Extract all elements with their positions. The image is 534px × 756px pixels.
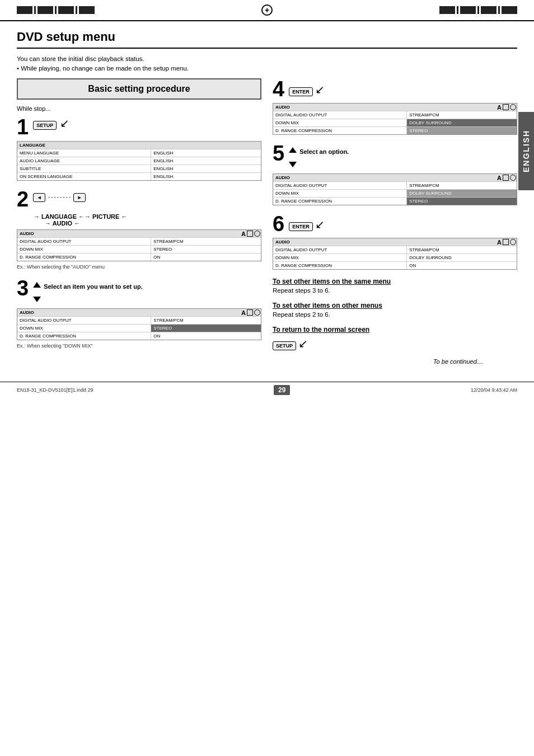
english-label: ENGLISH (522, 130, 531, 172)
circle-icon (254, 231, 260, 237)
bar-block (439, 6, 455, 14)
step-2: 2 ◄ ► → LANGUAGE ←→ PICTURE ← → AUDIO ← … (17, 189, 261, 270)
procedure-box: Basic setting procedure (17, 78, 261, 100)
audio-label-5-3: D. RANGE COMPRESSION (273, 198, 407, 205)
audio-value-6-3: ON (407, 262, 517, 269)
step2-ex-note: Ex.: When selecting the "AUDIO" menu (17, 264, 261, 270)
step-5-content: Select an option. (289, 147, 349, 170)
to-set-same-menu-text: Repeat steps 3 to 6. (273, 287, 517, 294)
step-3-content: Select an item you want to set up. (33, 282, 143, 305)
left-column: Basic setting procedure While stop... 1 … (17, 78, 261, 358)
audio-header-6: AUDIO (273, 238, 517, 246)
step-1-row: 1 SETUP ↙ (17, 116, 261, 138)
step-3-row: 3 Select an item you want to set up. (17, 278, 261, 305)
to-return-section: To return to the normal screen SETUP ↙ (273, 326, 517, 350)
step-4-number: 4 (273, 78, 284, 100)
audio-value-5-2: DOLBY SURROUND (407, 190, 517, 197)
right-arrow-button: ► (73, 193, 86, 202)
audio-label-1: DIGITAL AUDIO OUTPUT (17, 238, 151, 245)
intro-line-2: • While playing, no change can be made o… (17, 64, 517, 73)
audio-label-6-3: D. RANGE COMPRESSION (273, 262, 407, 269)
to-return-heading: To return to the normal screen (273, 326, 517, 334)
step-4-row: 4 ENTER ↙ (273, 78, 517, 100)
top-bar-right-blocks (439, 6, 517, 14)
step-5-number: 5 (273, 143, 284, 164)
step-1-number: 1 (17, 116, 29, 138)
step-1: 1 SETUP ↙ LANGUAGE MENU LANGUAGE ENGLISH (17, 116, 261, 181)
audio-label-2: DOWN MIX (17, 246, 151, 253)
circle-icon-3 (254, 309, 260, 316)
screen-icons-3: A (241, 309, 260, 316)
up-arrow-icon (33, 282, 41, 288)
audio-label-4-2: DOWN MIX (273, 119, 407, 126)
audio-label-4-1: DIGITAL AUDIO OUTPUT (273, 111, 407, 119)
a-icon: A (241, 231, 246, 237)
audio-header-5: AUDIO (273, 174, 517, 181)
lang-row-value: ENGLISH (151, 173, 261, 180)
step-3-number: 3 (17, 278, 29, 299)
lang-row-label: MENU LANGUAGE (17, 149, 151, 157)
step-3-label: Select an item you want to set up. (44, 282, 143, 305)
left-arrow-button: ◄ (33, 193, 45, 202)
page-number: 29 (274, 385, 290, 395)
circle-icon-6 (510, 239, 516, 245)
step-5-row: 5 Select an option. (273, 143, 517, 170)
audio-row-3-1: DIGITAL AUDIO OUTPUT STREAM/PCM (17, 316, 261, 324)
two-column-layout: Basic setting procedure While stop... 1 … (17, 78, 517, 358)
audio-row-3-3: D. RANGE COMPRESSION ON (17, 332, 261, 340)
audio-label-3-3: D. RANGE COMPRESSION (17, 332, 151, 340)
step3-ex-note: Ex.: When selecting "DOWN MIX" (17, 343, 261, 349)
main-content: DVD setup menu You can store the initial… (0, 21, 534, 382)
audio-row-3-2: DOWN MIX STEREO (17, 324, 261, 332)
audio-value-4-1: STREAM/PCM (407, 111, 517, 119)
step-6-enter: ENTER ↙ (289, 218, 325, 231)
step-6: 6 ENTER ↙ A AUDIO (273, 213, 517, 270)
bar-block (58, 6, 74, 14)
a-icon-4: A (497, 104, 502, 111)
right-column: 4 ENTER ↙ A AUDIO (273, 78, 517, 358)
audio-row-3: D. RANGE COMPRESSION ON (17, 253, 261, 261)
step-1-setup-cursor: SETUP ↙ (33, 116, 69, 130)
lang-menu-row-2: AUDIO LANGUAGE ENGLISH (17, 157, 261, 165)
bar-block (460, 6, 476, 14)
square-icon-6 (503, 239, 509, 245)
cursor-icon-4: ↙ (315, 83, 325, 96)
square-icon (247, 231, 253, 237)
step-5-label: Select an option. (299, 147, 349, 170)
intro-text: You can store the initial disc playback … (17, 54, 517, 74)
language-diagram: → LANGUAGE ←→ PICTURE ← → AUDIO ← (34, 213, 261, 227)
bottom-bar: EN18-31_KD-DV5101[E]1.indd 29 29 12/20/0… (0, 382, 534, 398)
procedure-title: Basic setting procedure (88, 84, 190, 93)
bar-block (38, 6, 53, 14)
step-2-number: 2 (17, 189, 29, 210)
lang-diagram-line2: → AUDIO ← (45, 220, 261, 227)
bar-block (79, 6, 95, 14)
bar-thin (55, 6, 57, 14)
lang-row-label: ON SCREEN LANGUAGE (17, 173, 151, 180)
step-4: 4 ENTER ↙ A AUDIO (273, 78, 517, 135)
enter-button-6: ENTER (289, 222, 313, 231)
bar-thin (477, 6, 479, 14)
crosshair-icon (261, 4, 273, 16)
audio-screen-6: AUDIO DIGITAL AUDIO OUTPUT STREAM/PCM DO… (273, 238, 517, 270)
lang-menu-row-4: ON SCREEN LANGUAGE ENGLISH (17, 172, 261, 180)
setup-button: SETUP (33, 121, 57, 130)
audio-row-6-2: DOWN MIX DOLBY SURROUND (273, 253, 517, 261)
lang-diagram-line1: → LANGUAGE ←→ PICTURE ← (34, 213, 261, 220)
step-3: 3 Select an item you want to set up. A (17, 278, 261, 349)
lang-menu-row-3: SUBTITLE ENGLISH (17, 165, 261, 172)
language-menu-screen: LANGUAGE MENU LANGUAGE ENGLISH AUDIO LAN… (17, 141, 261, 181)
audio-row-4-1: DIGITAL AUDIO OUTPUT STREAM/PCM (273, 111, 517, 119)
audio-value-5-3: STEREO (407, 198, 517, 205)
step-6-number: 6 (273, 213, 284, 234)
square-icon-3 (247, 309, 253, 316)
screen-icons-6: A (497, 239, 516, 246)
lang-row-value: ENGLISH (151, 165, 261, 172)
audio-label-6-2: DOWN MIX (273, 254, 407, 261)
audio-value-3-3: ON (151, 332, 261, 340)
audio-label-3: D. RANGE COMPRESSION (17, 253, 151, 261)
audio-row-2: DOWN MIX STEREO (17, 245, 261, 253)
audio-row-4-3: D. RANGE COMPRESSION STEREO (273, 126, 517, 134)
audio-label-4-3: D. RANGE COMPRESSION (273, 127, 407, 134)
file-info: EN18-31_KD-DV5101[E]1.indd 29 (17, 387, 93, 393)
